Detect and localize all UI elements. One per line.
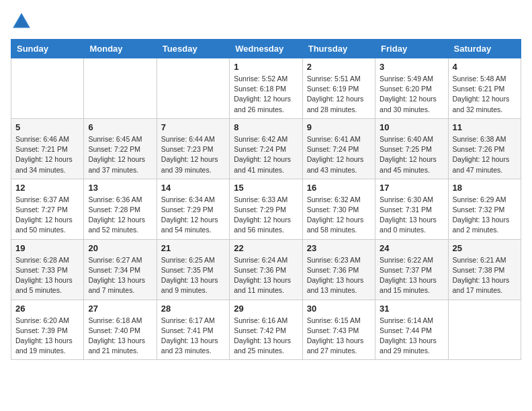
day-number: 23: [307, 243, 371, 253]
day-info: Sunrise: 5:52 AM Sunset: 6:18 PM Dayligh…: [234, 74, 298, 115]
day-number: 18: [453, 183, 517, 193]
weekday-header-wednesday: Wednesday: [230, 40, 302, 58]
day-info: Sunrise: 6:33 AM Sunset: 7:29 PM Dayligh…: [234, 195, 298, 236]
day-info: Sunrise: 6:25 AM Sunset: 7:35 PM Dayligh…: [161, 255, 225, 296]
weekday-header-saturday: Saturday: [448, 40, 521, 58]
calendar-week-row: 5Sunrise: 6:46 AM Sunset: 7:21 PM Daylig…: [11, 118, 521, 179]
weekday-header-monday: Monday: [84, 40, 157, 58]
logo: [11, 11, 35, 32]
calendar-cell: 19Sunrise: 6:28 AM Sunset: 7:33 PM Dayli…: [11, 239, 84, 300]
day-number: 21: [161, 243, 225, 253]
day-number: 8: [234, 122, 298, 132]
calendar-cell: 29Sunrise: 6:16 AM Sunset: 7:42 PM Dayli…: [230, 300, 302, 360]
day-number: 20: [88, 243, 152, 253]
day-number: 4: [453, 62, 517, 72]
calendar-cell: 23Sunrise: 6:23 AM Sunset: 7:36 PM Dayli…: [302, 239, 375, 300]
day-info: Sunrise: 6:44 AM Sunset: 7:23 PM Dayligh…: [161, 134, 225, 175]
day-info: Sunrise: 6:16 AM Sunset: 7:42 PM Dayligh…: [234, 316, 298, 357]
calendar-cell: 17Sunrise: 6:30 AM Sunset: 7:31 PM Dayli…: [375, 179, 448, 239]
day-number: 27: [88, 304, 152, 314]
day-info: Sunrise: 6:20 AM Sunset: 7:39 PM Dayligh…: [15, 316, 79, 357]
day-number: 14: [161, 183, 225, 193]
calendar-cell: [11, 58, 84, 119]
calendar-week-row: 1Sunrise: 5:52 AM Sunset: 6:18 PM Daylig…: [11, 58, 521, 119]
day-number: 5: [15, 122, 79, 132]
day-number: 13: [88, 183, 152, 193]
day-number: 7: [161, 122, 225, 132]
calendar-cell: 22Sunrise: 6:24 AM Sunset: 7:36 PM Dayli…: [230, 239, 302, 300]
calendar-cell: 10Sunrise: 6:40 AM Sunset: 7:25 PM Dayli…: [375, 118, 448, 179]
calendar-week-row: 12Sunrise: 6:37 AM Sunset: 7:27 PM Dayli…: [11, 179, 521, 239]
day-number: 30: [307, 304, 371, 314]
day-info: Sunrise: 6:36 AM Sunset: 7:28 PM Dayligh…: [88, 195, 152, 236]
day-number: 24: [380, 243, 443, 253]
weekday-header-thursday: Thursday: [302, 40, 375, 58]
day-number: 17: [380, 183, 443, 193]
day-info: Sunrise: 6:41 AM Sunset: 7:24 PM Dayligh…: [307, 134, 371, 175]
weekday-header-friday: Friday: [375, 40, 448, 58]
day-info: Sunrise: 6:17 AM Sunset: 7:41 PM Dayligh…: [161, 316, 225, 357]
calendar-cell: 4Sunrise: 5:48 AM Sunset: 6:21 PM Daylig…: [448, 58, 521, 119]
calendar-cell: 16Sunrise: 6:32 AM Sunset: 7:30 PM Dayli…: [302, 179, 375, 239]
day-info: Sunrise: 6:45 AM Sunset: 7:22 PM Dayligh…: [88, 134, 152, 175]
day-number: 28: [161, 304, 225, 314]
day-number: 25: [453, 243, 517, 253]
day-number: 26: [15, 304, 79, 314]
day-info: Sunrise: 5:48 AM Sunset: 6:21 PM Dayligh…: [453, 74, 517, 115]
day-number: 29: [234, 304, 298, 314]
day-number: 12: [15, 183, 79, 193]
day-info: Sunrise: 6:37 AM Sunset: 7:27 PM Dayligh…: [15, 195, 79, 236]
calendar-cell: 9Sunrise: 6:41 AM Sunset: 7:24 PM Daylig…: [302, 118, 375, 179]
calendar-cell: 25Sunrise: 6:21 AM Sunset: 7:38 PM Dayli…: [448, 239, 521, 300]
day-number: 22: [234, 243, 298, 253]
calendar-table: SundayMondayTuesdayWednesdayThursdayFrid…: [11, 39, 521, 360]
day-number: 3: [380, 62, 443, 72]
day-info: Sunrise: 6:27 AM Sunset: 7:34 PM Dayligh…: [88, 255, 152, 296]
day-info: Sunrise: 6:46 AM Sunset: 7:21 PM Dayligh…: [15, 134, 79, 175]
day-info: Sunrise: 5:51 AM Sunset: 6:19 PM Dayligh…: [307, 74, 371, 115]
calendar-cell: 12Sunrise: 6:37 AM Sunset: 7:27 PM Dayli…: [11, 179, 84, 239]
day-number: 11: [453, 122, 517, 132]
day-number: 31: [380, 304, 443, 314]
calendar-cell: 18Sunrise: 6:29 AM Sunset: 7:32 PM Dayli…: [448, 179, 521, 239]
day-info: Sunrise: 6:29 AM Sunset: 7:32 PM Dayligh…: [453, 195, 517, 236]
calendar-cell: 31Sunrise: 6:14 AM Sunset: 7:44 PM Dayli…: [375, 300, 448, 360]
calendar-cell: 2Sunrise: 5:51 AM Sunset: 6:19 PM Daylig…: [302, 58, 375, 119]
day-number: 16: [307, 183, 371, 193]
day-number: 10: [380, 122, 443, 132]
day-info: Sunrise: 6:30 AM Sunset: 7:31 PM Dayligh…: [380, 195, 443, 236]
day-info: Sunrise: 6:22 AM Sunset: 7:37 PM Dayligh…: [380, 255, 443, 296]
calendar-cell: [157, 58, 229, 119]
calendar-cell: 20Sunrise: 6:27 AM Sunset: 7:34 PM Dayli…: [84, 239, 157, 300]
logo-icon: [11, 11, 32, 32]
calendar-cell: 21Sunrise: 6:25 AM Sunset: 7:35 PM Dayli…: [157, 239, 229, 300]
day-info: Sunrise: 6:15 AM Sunset: 7:43 PM Dayligh…: [307, 316, 371, 357]
day-info: Sunrise: 6:32 AM Sunset: 7:30 PM Dayligh…: [307, 195, 371, 236]
weekday-header-tuesday: Tuesday: [157, 40, 229, 58]
weekday-header-row: SundayMondayTuesdayWednesdayThursdayFrid…: [11, 40, 521, 58]
day-number: 19: [15, 243, 79, 253]
calendar-cell: [84, 58, 157, 119]
day-info: Sunrise: 6:24 AM Sunset: 7:36 PM Dayligh…: [234, 255, 298, 296]
calendar-cell: 5Sunrise: 6:46 AM Sunset: 7:21 PM Daylig…: [11, 118, 84, 179]
day-info: Sunrise: 6:28 AM Sunset: 7:33 PM Dayligh…: [15, 255, 79, 296]
day-number: 15: [234, 183, 298, 193]
calendar-week-row: 26Sunrise: 6:20 AM Sunset: 7:39 PM Dayli…: [11, 300, 521, 360]
day-number: 6: [88, 122, 152, 132]
calendar-cell: 6Sunrise: 6:45 AM Sunset: 7:22 PM Daylig…: [84, 118, 157, 179]
day-info: Sunrise: 6:18 AM Sunset: 7:40 PM Dayligh…: [88, 316, 152, 357]
day-info: Sunrise: 6:40 AM Sunset: 7:25 PM Dayligh…: [380, 134, 443, 175]
calendar-cell: 28Sunrise: 6:17 AM Sunset: 7:41 PM Dayli…: [157, 300, 229, 360]
weekday-header-sunday: Sunday: [11, 40, 84, 58]
calendar-cell: 3Sunrise: 5:49 AM Sunset: 6:20 PM Daylig…: [375, 58, 448, 119]
calendar-cell: 15Sunrise: 6:33 AM Sunset: 7:29 PM Dayli…: [230, 179, 302, 239]
day-info: Sunrise: 6:38 AM Sunset: 7:26 PM Dayligh…: [453, 134, 517, 175]
calendar-cell: 26Sunrise: 6:20 AM Sunset: 7:39 PM Dayli…: [11, 300, 84, 360]
calendar-week-row: 19Sunrise: 6:28 AM Sunset: 7:33 PM Dayli…: [11, 239, 521, 300]
calendar-cell: 24Sunrise: 6:22 AM Sunset: 7:37 PM Dayli…: [375, 239, 448, 300]
day-number: 2: [307, 62, 371, 72]
day-number: 9: [307, 122, 371, 132]
day-info: Sunrise: 5:49 AM Sunset: 6:20 PM Dayligh…: [380, 74, 443, 115]
calendar-cell: 30Sunrise: 6:15 AM Sunset: 7:43 PM Dayli…: [302, 300, 375, 360]
calendar-cell: 1Sunrise: 5:52 AM Sunset: 6:18 PM Daylig…: [230, 58, 302, 119]
